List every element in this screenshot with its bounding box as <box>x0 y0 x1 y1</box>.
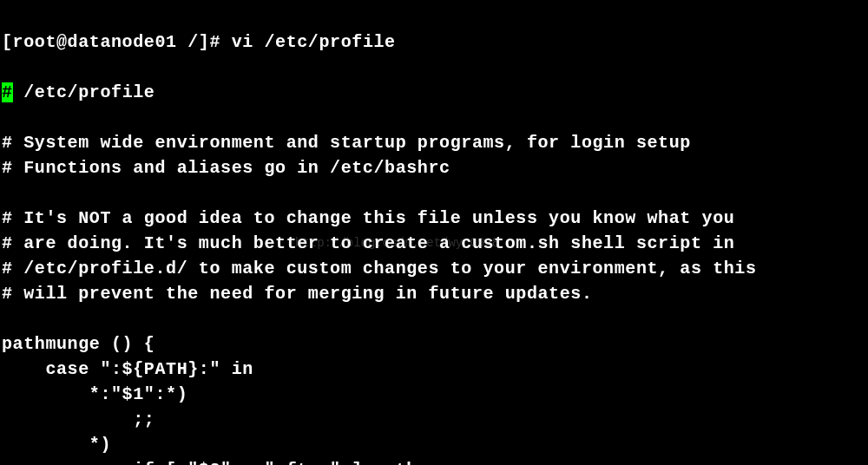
file-line: # /etc/profile.d/ to make custom changes… <box>2 259 757 278</box>
command-text: vi /etc/profile <box>232 32 396 52</box>
file-line: # will prevent the need for merging in f… <box>2 284 593 304</box>
file-line: # System wide environment and startup pr… <box>2 133 691 153</box>
file-line: *) <box>2 435 111 455</box>
file-line: pathmunge () { <box>2 334 155 354</box>
file-line: if [ "$2" = "after" ] ; then <box>2 460 439 465</box>
file-line: # Functions and aliases go in /etc/bashr… <box>2 158 450 178</box>
shell-prompt: [root@datanode01 /]# <box>2 32 232 52</box>
file-line: *:"$1":*) <box>2 384 187 404</box>
terminal-window[interactable]: [root@datanode01 /]# vi /etc/profile # /… <box>0 0 868 465</box>
file-line: # are doing. It's much better to create … <box>2 233 734 253</box>
file-line: # It's NOT a good idea to change this fi… <box>2 208 734 228</box>
file-header: /etc/profile <box>13 82 155 102</box>
vi-cursor: # <box>2 82 13 102</box>
file-line: ;; <box>2 409 155 429</box>
file-line: case ":${PATH}:" in <box>2 359 253 379</box>
